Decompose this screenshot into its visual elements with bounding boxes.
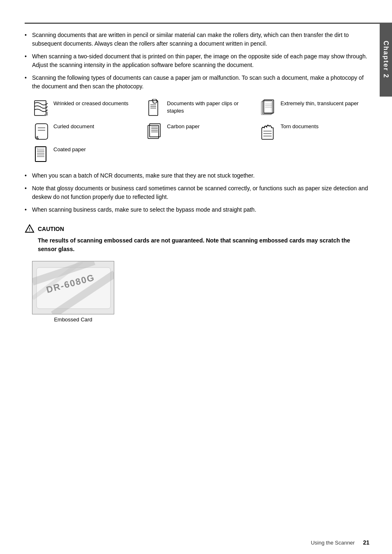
footer: Using the Scanner 21	[25, 539, 369, 546]
list-item: Scanning documents that are written in p…	[25, 31, 369, 48]
footer-page-number: 21	[363, 539, 369, 546]
caution-body: The results of scanning embossed cards a…	[38, 236, 369, 254]
paperclip-label: Documents with paper clips or staples	[167, 99, 256, 115]
torn-label: Torn documents	[281, 122, 319, 130]
chapter-tab: Chapter 2	[380, 23, 392, 97]
embossed-card-label: Embossed Card	[32, 316, 114, 323]
list-item: When scanning business cards, make sure …	[25, 205, 369, 214]
wrinkled-icon	[32, 99, 50, 117]
svg-rect-22	[35, 147, 46, 162]
embossed-card-image: DR-6080G	[32, 261, 114, 314]
doc-type-carbon: Carbon paper	[145, 122, 256, 140]
top-rule	[25, 23, 380, 24]
carbon-label: Carbon paper	[167, 122, 200, 130]
caution-section: ! CAUTION The results of scanning emboss…	[25, 224, 369, 323]
doc-type-paperclip: Documents with paper clips or staples	[145, 99, 256, 117]
list-item: When scanning a two-sided document that …	[25, 52, 369, 69]
list-item: Note that glossy documents or business c…	[25, 184, 369, 201]
embossed-card-svg: DR-6080G	[32, 261, 114, 314]
coated-icon	[32, 145, 50, 163]
list-item: When you scan a batch of NCR documents, …	[25, 171, 369, 180]
paperclip-icon	[145, 99, 164, 117]
caution-icon: !	[25, 224, 35, 234]
thin-icon	[259, 99, 277, 117]
main-content: Scanning documents that are written in p…	[25, 31, 369, 529]
doc-type-thin: Extremely thin, translucent paper	[259, 99, 369, 117]
curled-icon	[32, 122, 50, 140]
doc-type-wrinkled: Wrinkled or creased documents	[32, 99, 142, 117]
thin-label: Extremely thin, translucent paper	[281, 99, 359, 107]
caution-header: ! CAUTION	[25, 224, 369, 234]
footer-section-label: Using the Scanner	[311, 540, 355, 546]
coated-label: Coated paper	[53, 145, 86, 153]
doc-types-grid: Wrinkled or creased documents Documents …	[32, 99, 369, 163]
svg-text:!: !	[29, 227, 30, 232]
embossed-card-container: DR-6080G Embossed Card	[32, 261, 369, 323]
wrinkled-label: Wrinkled or creased documents	[53, 99, 129, 107]
doc-type-coated: Coated paper	[32, 145, 142, 163]
bullet-list-1: Scanning documents that are written in p…	[25, 31, 369, 91]
torn-icon	[259, 122, 277, 140]
bullet-list-2: When you scan a batch of NCR documents, …	[25, 171, 369, 214]
list-item: Scanning the following types of document…	[25, 74, 369, 91]
curled-label: Curled document	[53, 122, 94, 130]
carbon-icon	[145, 122, 164, 140]
caution-title: CAUTION	[38, 226, 64, 232]
doc-type-torn: Torn documents	[259, 122, 369, 140]
doc-type-curled: Curled document	[32, 122, 142, 140]
